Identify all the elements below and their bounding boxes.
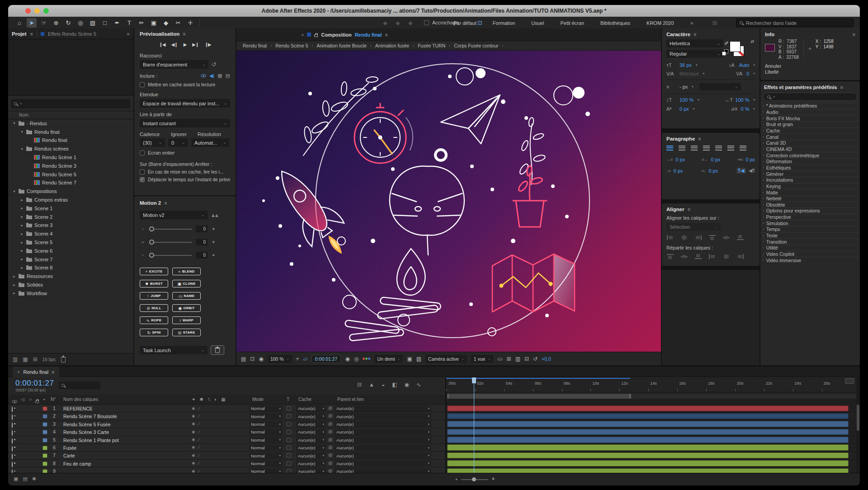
distribute-center-h-icon[interactable] bbox=[722, 254, 730, 259]
layer-duration-bar[interactable] bbox=[447, 421, 849, 427]
layer-switches[interactable]: ✱ ∕ bbox=[192, 469, 241, 473]
fullscreen-checkbox[interactable] bbox=[140, 151, 145, 155]
mountains-icon[interactable]: ▲▲ bbox=[211, 212, 218, 218]
timeline-tab[interactable]: × Rendu final ≡ bbox=[13, 367, 59, 377]
new-folder-icon[interactable]: ▦ bbox=[23, 356, 28, 363]
tracking-value[interactable]: 0 bbox=[746, 71, 749, 76]
align-center-h-icon[interactable] bbox=[680, 235, 688, 240]
project-tree-item[interactable]: Compositions bbox=[8, 187, 133, 196]
preserve-transparency-toggle[interactable] bbox=[287, 453, 291, 457]
mask-toggle-icon[interactable]: ◉ bbox=[259, 356, 263, 362]
panel-menu-icon[interactable]: ≡ bbox=[688, 207, 690, 212]
swap-fill-stroke-icon[interactable]: ⇄ bbox=[750, 39, 754, 44]
layer-row[interactable]: 8 Feu de camp ✱ ∕ Normal▾ Aucun(e)▾ @ Au… bbox=[8, 460, 445, 467]
track-matte-select[interactable]: Aucun(e)▾ bbox=[296, 468, 326, 473]
vertical-scale-value[interactable]: 100 % bbox=[679, 97, 693, 103]
visibility-eye-icon[interactable] bbox=[12, 446, 13, 452]
workspace-tab[interactable]: Par défaut bbox=[453, 20, 476, 26]
layer-duration-bar[interactable] bbox=[447, 444, 849, 451]
effects-category[interactable]: › Canal bbox=[760, 133, 860, 140]
comp-name[interactable]: Rendu final bbox=[355, 32, 382, 38]
layer-duration-bar[interactable] bbox=[447, 460, 849, 466]
panel-menu-icon[interactable]: ≡ bbox=[698, 136, 701, 141]
hand-tool[interactable]: ☞ bbox=[39, 18, 49, 28]
cache-before-checkbox[interactable] bbox=[140, 82, 145, 87]
cache-play-checkbox[interactable] bbox=[140, 170, 145, 174]
t-column[interactable]: T bbox=[287, 397, 289, 402]
parent-select[interactable]: Aucun(e)▾ bbox=[335, 445, 431, 451]
slider-option-icon[interactable]: ✦ bbox=[212, 253, 215, 258]
align-left-icon[interactable] bbox=[666, 146, 673, 151]
disclosure-icon[interactable] bbox=[12, 291, 16, 295]
move-time-checkbox[interactable] bbox=[140, 177, 145, 182]
label-color-swatch[interactable] bbox=[42, 406, 47, 411]
disclosure-icon[interactable] bbox=[20, 257, 24, 261]
project-tree-item[interactable]: Rendu Scène 1 bbox=[8, 153, 133, 162]
align-target-select[interactable]: Sélection⌄ bbox=[666, 223, 721, 231]
panel-menu-icon[interactable]: ≡ bbox=[840, 85, 843, 90]
crosshair-icon[interactable]: + bbox=[296, 356, 299, 362]
mask-visibility-icon[interactable]: ▱ bbox=[303, 356, 307, 362]
workspace-tab[interactable]: Formation bbox=[493, 20, 515, 26]
flowchart-icon[interactable]: ⊟ bbox=[524, 356, 529, 362]
effects-category[interactable]: › Boris FX Mocha bbox=[760, 115, 860, 121]
label-color-swatch[interactable] bbox=[42, 438, 47, 443]
fill-swatch[interactable] bbox=[730, 41, 741, 52]
channel-icon[interactable] bbox=[363, 358, 370, 360]
project-column-header[interactable]: Nom bbox=[8, 111, 133, 119]
skip-select[interactable]: 0⌄ bbox=[168, 138, 188, 147]
transport-button[interactable]: ▶❙ bbox=[192, 42, 198, 47]
maximize-window-button[interactable] bbox=[43, 8, 49, 14]
region-of-interest-icon[interactable]: ▣ bbox=[407, 356, 412, 362]
close-window-button[interactable] bbox=[25, 8, 31, 14]
project-tree-item[interactable]: Scene 5 bbox=[8, 238, 133, 247]
work-area-bar[interactable] bbox=[447, 394, 631, 399]
panel-menu-icon[interactable]: ≡ bbox=[853, 32, 855, 37]
eraser-tool[interactable]: ◆ bbox=[161, 18, 171, 28]
parent-column[interactable]: Parent et lien bbox=[337, 397, 364, 402]
preserve-transparency-toggle[interactable] bbox=[287, 422, 291, 426]
timeline-search-input[interactable] bbox=[59, 382, 100, 389]
effects-category[interactable]: › Keying bbox=[760, 183, 860, 189]
slider-option-icon[interactable]: ✦ bbox=[212, 240, 215, 245]
parent-pickwhip-icon[interactable]: @ bbox=[328, 414, 332, 418]
panel-menu-icon[interactable]: ≡ bbox=[385, 32, 388, 38]
blend-mode-select[interactable]: Normal▾ bbox=[249, 461, 283, 467]
track-matte-select[interactable]: Aucun(e)▾ bbox=[296, 461, 326, 467]
resolution-select[interactable]: Automat...⌄ bbox=[191, 138, 229, 147]
project-search-input[interactable]: ▾ bbox=[11, 99, 130, 108]
brush-tool[interactable]: ✏ bbox=[137, 18, 146, 28]
preview-title[interactable]: Prévisualisation bbox=[140, 31, 179, 37]
breadcrumb-item[interactable]: Rendu Scène 5 bbox=[275, 43, 308, 48]
slider-value[interactable]: 0 bbox=[196, 239, 208, 245]
breadcrumb-item[interactable]: Animation fusée bbox=[375, 43, 409, 48]
layer-row[interactable]: 2 Rendu Scène 7 Boussole ✱ ∕ Normal▾ Auc… bbox=[8, 412, 445, 420]
effects-category[interactable]: › Texte bbox=[760, 232, 860, 239]
name-button[interactable]: ▭ NAME bbox=[172, 292, 201, 300]
draft-3d-icon[interactable]: ▲ bbox=[369, 382, 374, 388]
layer-row[interactable]: 6 Fusée ✱ ∕ Normal▾ Aucun(e)▾ @ Aucun(e)… bbox=[8, 444, 445, 452]
hide-shy-icon[interactable]: ◒ bbox=[382, 382, 385, 388]
disclosure-icon[interactable] bbox=[20, 215, 24, 219]
label-column-icon[interactable]: ▪ bbox=[43, 397, 45, 402]
project-tree-item[interactable]: Scene 8 bbox=[8, 264, 133, 273]
blend-mode-select[interactable]: Normal▾ bbox=[249, 452, 283, 459]
label-color-swatch[interactable] bbox=[42, 469, 47, 473]
align-title[interactable]: Aligner bbox=[666, 207, 684, 212]
comp-tab-label[interactable]: Composition bbox=[321, 32, 351, 38]
parent-select[interactable]: Aucun(e)▾ bbox=[335, 405, 431, 412]
interpret-footage-icon[interactable]: ▥ bbox=[13, 356, 18, 363]
exposure-offset[interactable]: +0,0 bbox=[542, 356, 551, 362]
disclosure-icon[interactable] bbox=[12, 283, 16, 287]
zoom-tool[interactable]: ⊕ bbox=[51, 18, 61, 28]
parent-select[interactable]: Aucun(e)▾ bbox=[335, 429, 431, 435]
layer-bars-area[interactable] bbox=[445, 405, 856, 473]
blend-mode-select[interactable]: Normal▾ bbox=[249, 429, 283, 435]
visibility-eye-icon[interactable] bbox=[12, 414, 13, 420]
visibility-eye-icon[interactable] bbox=[12, 453, 13, 460]
layer-switches[interactable]: ✱ ∕ bbox=[192, 406, 241, 411]
effects-category[interactable]: › Bruit et grain bbox=[760, 121, 860, 127]
effects-category[interactable]: › Options pour expressions bbox=[760, 207, 860, 214]
camera-tool[interactable]: ▧ bbox=[88, 18, 98, 28]
slider-value[interactable]: 0 bbox=[196, 226, 208, 232]
